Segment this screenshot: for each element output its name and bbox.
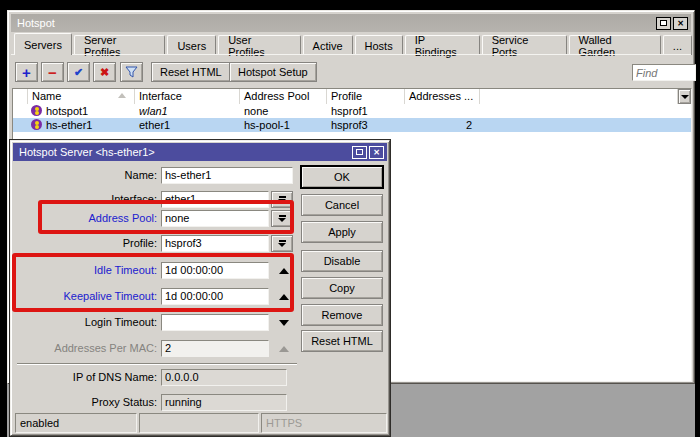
combo-arrow-icon [278,240,286,247]
hotspot-setup-button[interactable]: Hotspot Setup [229,62,317,82]
proxy-status-label: Proxy Status: [15,394,157,411]
tab-more[interactable]: ... [663,35,692,55]
hotspot-server-icon [31,119,42,130]
maximize-icon [356,149,363,155]
reset-html-button[interactable]: Reset HTML [301,330,383,352]
tab-server-profiles[interactable]: Server Profiles [74,35,166,55]
interface-dropdown-button[interactable] [271,191,293,208]
remove-button[interactable]: − [41,62,64,82]
remove-button[interactable]: Remove [301,304,383,326]
cell-address-pool: none [240,104,327,118]
tab-walled-garden[interactable]: Walled Garden [569,35,661,55]
name-label: Name: [15,167,157,184]
cell-name: hotspot1 [42,104,135,118]
interface-field[interactable]: ether1 [161,191,269,208]
find-input[interactable] [632,64,696,81]
cell-addresses: 2 [405,118,480,132]
table-row[interactable]: hotspot1 wlan1 none hsprof1 [13,104,691,118]
plus-icon: + [22,65,31,80]
combo-arrow-icon [278,215,286,222]
reset-html-button[interactable]: Reset HTML [151,62,231,82]
interface-label: Interface: [15,191,157,208]
status-enabled: enabled [15,413,137,433]
disable-button[interactable]: ✖ [93,62,116,82]
keepalive-timeout-label: Keepalive Timeout: [15,288,157,305]
sort-icon [118,93,126,98]
apply-button[interactable]: Apply [301,221,383,243]
ok-button[interactable]: OK [301,166,383,188]
idle-timeout-up-arrow-icon[interactable] [279,268,289,274]
enable-button[interactable]: ✔ [67,62,90,82]
cell-interface: wlan1 [135,104,240,118]
close-icon: ✕ [677,19,684,28]
cell-addresses [405,104,480,118]
tab-servers[interactable]: Servers [14,33,72,55]
addresses-per-mac-field[interactable]: 2 [161,340,269,357]
tab-bar: Servers Server Profiles Users User Profi… [14,33,694,55]
column-header-address-pool[interactable]: Address Pool [240,89,327,104]
disable-button[interactable]: Disable [301,250,383,272]
chevron-down-icon [681,95,689,99]
tab-hosts[interactable]: Hosts [355,35,403,55]
dialog-close-button[interactable]: ✕ [369,146,384,159]
column-select-button[interactable] [678,89,691,104]
table-row-selected[interactable]: hs-ether1 ether1 hs-pool-1 hsprof3 2 [13,118,691,132]
cell-profile: hsprof1 [327,104,405,118]
keepalive-timeout-field[interactable]: 1d 00:00:00 [161,288,269,305]
minus-icon: − [48,65,57,80]
column-header-addresses[interactable]: Addresses ... [405,89,480,104]
cancel-button[interactable]: Cancel [301,194,383,216]
close-button[interactable]: ✕ [673,17,688,30]
tab-divider [11,54,691,55]
profile-dropdown-button[interactable] [271,235,293,252]
copy-button[interactable]: Copy [301,277,383,299]
tab-user-profiles[interactable]: User Profiles [218,35,300,55]
hotspot-server-icon [31,105,42,116]
login-timeout-field[interactable] [161,314,269,331]
filter-button[interactable] [120,62,143,82]
maximize-icon [660,20,667,26]
ip-of-dns-name-label: IP of DNS Name: [15,369,157,386]
window-titlebar[interactable]: Hotspot ✕ [11,14,691,32]
addresses-per-mac-label: Addresses Per MAC: [15,340,157,357]
profile-field[interactable]: hsprof3 [161,235,269,252]
idle-timeout-label: Idle Timeout: [15,262,157,279]
address-pool-dropdown-button[interactable] [271,210,293,227]
dialog-maximize-button[interactable] [352,146,367,159]
combo-arrow-icon [278,196,286,203]
cell-profile: hsprof3 [327,118,405,132]
dialog-title: Hotspot Server <hs-ether1> [19,146,350,158]
column-header-name[interactable]: Name [28,89,135,104]
status-middle [139,413,259,433]
login-timeout-label: Login Timeout: [15,314,157,331]
cell-address-pool: hs-pool-1 [240,118,327,132]
profile-label: Profile: [15,235,157,252]
keepalive-timeout-up-arrow-icon[interactable] [279,294,289,300]
address-pool-label: Address Pool: [15,210,157,227]
tab-active[interactable]: Active [303,35,353,55]
addresses-per-mac-up-arrow-icon [279,346,289,352]
column-header-filler [480,89,678,104]
check-icon: ✔ [74,66,83,79]
tab-ip-bindings[interactable]: IP Bindings [405,35,480,55]
address-pool-field[interactable]: none [161,210,269,227]
filter-icon [125,66,138,78]
login-timeout-down-arrow-icon[interactable] [279,320,289,326]
column-header-interface[interactable]: Interface [135,89,240,104]
tab-service-ports[interactable]: Service Ports [482,35,567,55]
maximize-button[interactable] [656,17,671,30]
proxy-status-field: running [161,394,287,411]
dialog-titlebar[interactable]: Hotspot Server <hs-ether1> ✕ [13,143,387,161]
name-field[interactable]: hs-ether1 [161,167,293,184]
idle-timeout-field[interactable]: 1d 00:00:00 [161,262,269,279]
window-title: Hotspot [17,17,654,29]
close-icon: ✕ [373,148,380,157]
x-icon: ✖ [100,66,109,79]
column-header-profile[interactable]: Profile [327,89,405,104]
add-button[interactable]: + [15,62,38,82]
tab-users[interactable]: Users [167,35,216,55]
cell-name: hs-ether1 [42,118,135,132]
status-https: HTTPS [261,413,387,433]
cell-interface: ether1 [135,118,240,132]
ip-of-dns-name-field: 0.0.0.0 [161,369,287,386]
